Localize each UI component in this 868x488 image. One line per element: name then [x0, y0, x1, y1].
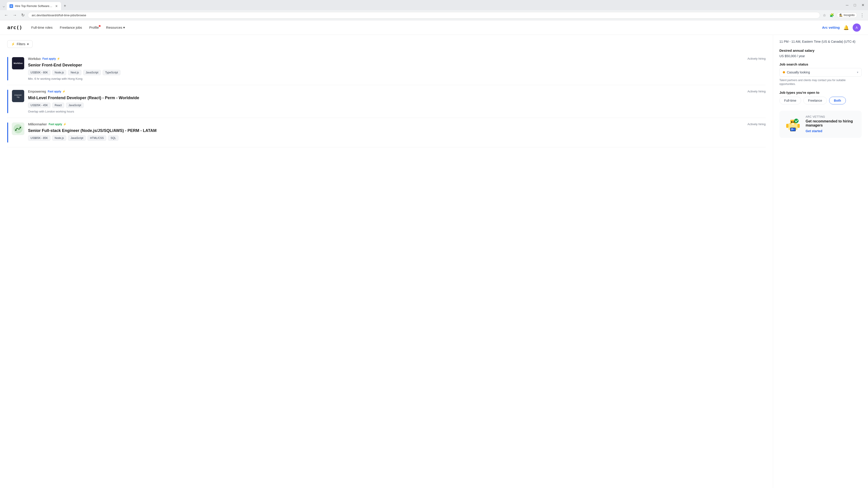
- fast-apply-badge[interactable]: Fast apply ⚡: [48, 90, 65, 93]
- svg-rect-14: [791, 130, 793, 130]
- arc-vetting-cta-link[interactable]: Get started: [806, 129, 822, 133]
- timezone-info: 11 PM - 11 AM, Eastern Time (US & Canada…: [779, 39, 862, 44]
- svg-rect-9: [798, 124, 800, 128]
- company-name: Workduo: [28, 57, 41, 61]
- browser-menu-button[interactable]: ⋮: [859, 11, 865, 19]
- company-row: Empowerreg Fast apply ⚡: [28, 90, 66, 93]
- fast-apply-badge[interactable]: Fast apply ⚡: [49, 123, 66, 126]
- main-layout: ⚡ Filters ▾ WorkDuo Workduo Fast apply ⚡: [0, 35, 868, 488]
- bookmark-button[interactable]: ☆: [822, 12, 827, 18]
- back-button[interactable]: ←: [3, 12, 9, 19]
- job-search-status-label: Job search status: [779, 62, 862, 66]
- company-logo-empowerreg: empowerreg: [12, 90, 24, 102]
- job-title: Senior Full-stack Engineer (Node.js/JS/S…: [28, 128, 766, 133]
- tag: React: [52, 103, 64, 108]
- avatar[interactable]: A: [852, 24, 861, 32]
- forward-button[interactable]: →: [11, 12, 18, 19]
- tab-close-button[interactable]: ✕: [55, 4, 58, 8]
- job-tags: US$35K - 45K React JavaScript: [28, 103, 766, 108]
- url-bar[interactable]: arc.dev/dashboard/d/full-time-jobs/brows…: [28, 12, 820, 19]
- svg-point-15: [794, 119, 799, 123]
- lightning-icon: ⚡: [62, 90, 66, 93]
- job-card-inner: empowerreg Empowerreg Fast apply ⚡ Activ…: [12, 90, 766, 113]
- nav-profile[interactable]: Profile: [89, 26, 99, 29]
- tag: Node.js: [52, 70, 66, 75]
- job-header: Empowerreg Fast apply ⚡ Actively hiring: [28, 90, 766, 94]
- minimize-button[interactable]: ─: [844, 2, 850, 8]
- job-card-inner: WorkDuo Workduo Fast apply ⚡ Actively hi…: [12, 57, 766, 80]
- svg-rect-7: [792, 123, 795, 124]
- job-info: Workduo Fast apply ⚡ Actively hiring Sen…: [28, 57, 766, 80]
- company-logo-millionmarker: [12, 123, 24, 135]
- address-actions: ☆ 🧩 🕵 Incognito ⋮: [822, 11, 865, 19]
- app-logo[interactable]: arc(): [7, 25, 22, 30]
- lightning-icon: ⚡: [63, 123, 66, 126]
- company-row: Workduo Fast apply ⚡: [28, 57, 60, 61]
- active-tab[interactable]: W Hire Top Remote Software Dev... ✕: [7, 2, 61, 10]
- tab-favicon: W: [9, 4, 13, 8]
- job-type-freelance-button[interactable]: Freelance: [803, 97, 827, 104]
- job-title: Senior Front-End Developer: [28, 63, 766, 68]
- fast-apply-badge[interactable]: Fast apply ⚡: [42, 57, 60, 60]
- job-title: Mid-Level Frontend Developer (React) - P…: [28, 96, 766, 100]
- job-type-full-time-button[interactable]: Full-time: [779, 97, 801, 104]
- extension-button[interactable]: 🧩: [829, 12, 835, 18]
- job-types-section: Job types you're open to Full-time Freel…: [779, 91, 862, 104]
- company-name: Empowerreg: [28, 90, 46, 93]
- arc-vetting-subtitle: Arc vetting: [806, 115, 857, 119]
- window-controls: ─ □ ✕: [844, 2, 866, 10]
- job-overlap: Overlap with London working hours: [28, 110, 766, 113]
- actively-hiring-status: Actively hiring: [747, 90, 766, 93]
- company-name: Millionmarker: [28, 123, 47, 126]
- tag: HTML/CSS: [88, 135, 106, 141]
- incognito-label: Incognito: [844, 13, 855, 17]
- millionmarker-logo-svg: [13, 123, 24, 134]
- chevron-down-icon: ▾: [123, 26, 125, 30]
- filters-button[interactable]: ⚡ Filters ▾: [7, 40, 33, 48]
- nav-resources[interactable]: Resources ▾: [106, 26, 125, 30]
- job-info: Millionmarker Fast apply ⚡ Actively hiri…: [28, 123, 766, 142]
- right-panel: 11 PM - 11 AM, Eastern Time (US & Canada…: [773, 35, 868, 488]
- company-row: Millionmarker Fast apply ⚡: [28, 123, 66, 126]
- job-tags: US$65K - 85K Node.js JavaScript HTML/CSS…: [28, 135, 766, 141]
- job-type-both-button[interactable]: Both: [829, 97, 846, 104]
- job-search-status-dropdown[interactable]: Casually looking ▾: [779, 68, 862, 76]
- tag: JavaScript: [83, 70, 101, 75]
- new-tab-button[interactable]: +: [62, 2, 68, 10]
- job-card-inner: Millionmarker Fast apply ⚡ Actively hiri…: [12, 123, 766, 142]
- status-note: Talent partners and clients may contact …: [779, 78, 862, 86]
- tab-group-button[interactable]: ⌵: [2, 3, 6, 9]
- arc-vetting-illustration: [784, 115, 802, 133]
- job-header: Millionmarker Fast apply ⚡ Actively hiri…: [28, 123, 766, 127]
- incognito-badge[interactable]: 🕵 Incognito: [837, 12, 857, 18]
- actively-hiring-status: Actively hiring: [747, 123, 766, 126]
- company-logo-workduo: WorkDuo: [12, 57, 24, 70]
- close-button[interactable]: ✕: [860, 2, 866, 8]
- address-bar: ← → ↻ arc.dev/dashboard/d/full-time-jobs…: [0, 10, 868, 20]
- job-types-buttons: Full-time Freelance Both: [779, 97, 862, 104]
- profile-notification-dot: [99, 25, 101, 27]
- arc-vetting-svg: [784, 115, 802, 133]
- tag: US$50K - 80K: [28, 70, 51, 75]
- tag: JavaScript: [66, 103, 84, 108]
- arc-vetting-heading: Get recommended to hiring managers: [806, 119, 857, 127]
- tag: Node.js: [52, 135, 66, 141]
- job-card-accent: [7, 123, 8, 142]
- nav-full-time-roles[interactable]: Full-time roles: [31, 26, 53, 29]
- status-left: Casually looking: [783, 70, 810, 74]
- job-card[interactable]: WorkDuo Workduo Fast apply ⚡ Actively hi…: [7, 53, 766, 85]
- svg-rect-12: [791, 129, 793, 129]
- job-tags: US$50K - 80K Node.js Next.js JavaScript …: [28, 70, 766, 75]
- reload-button[interactable]: ↻: [20, 12, 26, 19]
- arc-vetting-nav-link[interactable]: Arc vetting: [822, 26, 840, 29]
- svg-rect-8: [786, 124, 788, 128]
- nav-freelance-jobs[interactable]: Freelance jobs: [60, 26, 82, 29]
- notifications-button[interactable]: 🔔: [843, 25, 849, 30]
- job-card[interactable]: empowerreg Empowerreg Fast apply ⚡ Activ…: [7, 85, 766, 118]
- chevron-down-icon: ▾: [27, 42, 29, 46]
- maximize-button[interactable]: □: [852, 2, 858, 8]
- actively-hiring-status: Actively hiring: [747, 57, 766, 60]
- tab-bar: ⌵ W Hire Top Remote Software Dev... ✕ + …: [0, 0, 868, 10]
- job-card[interactable]: Millionmarker Fast apply ⚡ Actively hiri…: [7, 118, 766, 147]
- filter-icon: ⚡: [11, 42, 15, 46]
